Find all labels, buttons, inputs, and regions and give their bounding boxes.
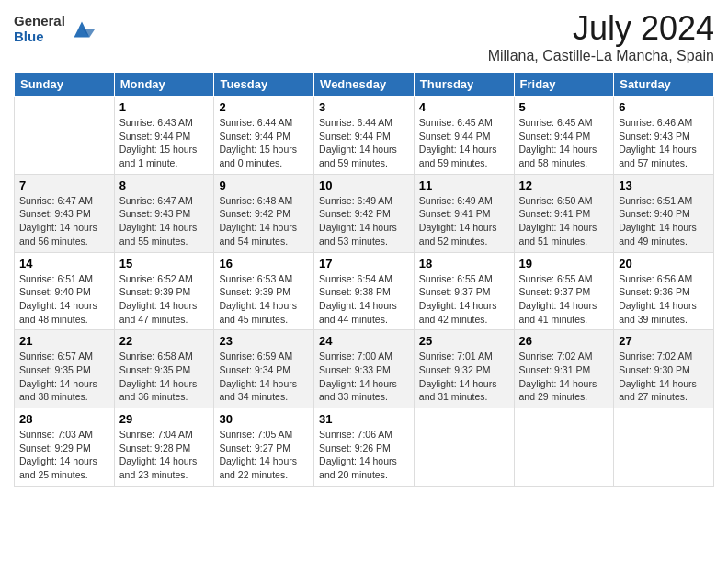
cell-sun-info: Sunrise: 7:01 AM Sunset: 9:32 PM Dayligh… (419, 350, 509, 404)
day-header-saturday: Saturday (614, 73, 714, 97)
day-number: 2 (219, 100, 309, 114)
calendar-cell: 2Sunrise: 6:44 AM Sunset: 9:44 PM Daylig… (214, 97, 314, 175)
cell-sun-info: Sunrise: 6:53 AM Sunset: 9:39 PM Dayligh… (219, 272, 309, 327)
calendar-cell: 7Sunrise: 6:47 AM Sunset: 9:43 PM Daylig… (15, 174, 115, 252)
cell-sun-info: Sunrise: 6:47 AM Sunset: 9:43 PM Dayligh… (19, 194, 109, 248)
cell-sun-info: Sunrise: 6:47 AM Sunset: 9:43 PM Dayligh… (119, 194, 210, 248)
day-number: 13 (619, 178, 709, 192)
week-row-4: 21Sunrise: 6:57 AM Sunset: 9:35 PM Dayli… (15, 330, 714, 408)
day-number: 15 (119, 257, 210, 270)
week-row-2: 7Sunrise: 6:47 AM Sunset: 9:43 PM Daylig… (15, 174, 714, 252)
logo-general: General (14, 14, 65, 29)
day-number: 25 (419, 334, 509, 348)
calendar-cell: 5Sunrise: 6:45 AM Sunset: 9:44 PM Daylig… (514, 97, 614, 175)
cell-sun-info: Sunrise: 6:44 AM Sunset: 9:44 PM Dayligh… (319, 116, 409, 170)
calendar-cell: 17Sunrise: 6:54 AM Sunset: 9:38 PM Dayli… (314, 252, 415, 330)
day-header-wednesday: Wednesday (314, 73, 415, 97)
main-title: July 2024 (488, 9, 714, 48)
calendar-cell: 27Sunrise: 7:02 AM Sunset: 9:30 PM Dayli… (614, 330, 714, 408)
day-number: 28 (19, 412, 109, 426)
day-number: 3 (319, 100, 409, 114)
day-number: 12 (519, 178, 609, 192)
cell-sun-info: Sunrise: 6:49 AM Sunset: 9:41 PM Dayligh… (419, 194, 509, 248)
calendar-cell (15, 97, 115, 175)
cell-sun-info: Sunrise: 6:45 AM Sunset: 9:44 PM Dayligh… (419, 116, 509, 170)
calendar-cell: 13Sunrise: 6:51 AM Sunset: 9:40 PM Dayli… (614, 174, 714, 252)
day-number: 8 (119, 178, 210, 192)
calendar-cell: 22Sunrise: 6:58 AM Sunset: 9:35 PM Dayli… (114, 330, 214, 408)
calendar-cell (614, 408, 714, 487)
day-number: 4 (419, 100, 509, 114)
calendar-cell: 9Sunrise: 6:48 AM Sunset: 9:42 PM Daylig… (214, 174, 314, 252)
cell-sun-info: Sunrise: 6:51 AM Sunset: 9:40 PM Dayligh… (619, 194, 709, 248)
cell-sun-info: Sunrise: 6:48 AM Sunset: 9:42 PM Dayligh… (219, 194, 309, 248)
calendar-cell (514, 408, 614, 487)
cell-sun-info: Sunrise: 6:55 AM Sunset: 9:37 PM Dayligh… (519, 272, 609, 327)
day-number: 29 (119, 412, 210, 426)
day-number: 16 (219, 257, 309, 270)
cell-sun-info: Sunrise: 6:46 AM Sunset: 9:43 PM Dayligh… (619, 116, 709, 170)
cell-sun-info: Sunrise: 7:00 AM Sunset: 9:33 PM Dayligh… (319, 350, 409, 404)
calendar-cell: 24Sunrise: 7:00 AM Sunset: 9:33 PM Dayli… (314, 330, 415, 408)
week-row-1: 1Sunrise: 6:43 AM Sunset: 9:44 PM Daylig… (15, 97, 714, 175)
calendar-cell: 21Sunrise: 6:57 AM Sunset: 9:35 PM Dayli… (15, 330, 115, 408)
calendar-cell: 11Sunrise: 6:49 AM Sunset: 9:41 PM Dayli… (414, 174, 514, 252)
day-number: 30 (219, 412, 309, 426)
logo-text: General Blue (14, 14, 65, 44)
calendar-cell: 15Sunrise: 6:52 AM Sunset: 9:39 PM Dayli… (114, 252, 214, 330)
cell-sun-info: Sunrise: 6:55 AM Sunset: 9:37 PM Dayligh… (419, 272, 509, 327)
cell-sun-info: Sunrise: 7:03 AM Sunset: 9:29 PM Dayligh… (19, 428, 109, 482)
day-number: 21 (19, 334, 109, 348)
week-row-5: 28Sunrise: 7:03 AM Sunset: 9:29 PM Dayli… (15, 408, 714, 487)
day-number: 14 (19, 257, 109, 270)
day-number: 1 (119, 100, 210, 114)
calendar-cell: 4Sunrise: 6:45 AM Sunset: 9:44 PM Daylig… (414, 97, 514, 175)
day-header-thursday: Thursday (414, 73, 514, 97)
cell-sun-info: Sunrise: 6:49 AM Sunset: 9:42 PM Dayligh… (319, 194, 409, 248)
cell-sun-info: Sunrise: 6:56 AM Sunset: 9:36 PM Dayligh… (619, 272, 709, 327)
day-number: 26 (519, 334, 609, 348)
cell-sun-info: Sunrise: 7:04 AM Sunset: 9:28 PM Dayligh… (119, 428, 210, 482)
day-number: 6 (619, 100, 709, 114)
calendar-cell: 31Sunrise: 7:06 AM Sunset: 9:26 PM Dayli… (314, 408, 415, 487)
day-number: 17 (319, 257, 409, 270)
title-area: July 2024 Millana, Castille-La Mancha, S… (488, 9, 714, 64)
logo-blue: Blue (14, 29, 65, 45)
logo-icon (69, 17, 95, 42)
calendar-cell: 3Sunrise: 6:44 AM Sunset: 9:44 PM Daylig… (314, 97, 415, 175)
calendar-cell: 6Sunrise: 6:46 AM Sunset: 9:43 PM Daylig… (614, 97, 714, 175)
calendar-table: SundayMondayTuesdayWednesdayThursdayFrid… (14, 72, 714, 487)
calendar-cell: 8Sunrise: 6:47 AM Sunset: 9:43 PM Daylig… (114, 174, 214, 252)
cell-sun-info: Sunrise: 6:44 AM Sunset: 9:44 PM Dayligh… (219, 116, 309, 170)
calendar-cell: 1Sunrise: 6:43 AM Sunset: 9:44 PM Daylig… (114, 97, 214, 175)
calendar-cell (414, 408, 514, 487)
day-number: 9 (219, 178, 309, 192)
day-number: 18 (419, 257, 509, 270)
calendar-cell: 16Sunrise: 6:53 AM Sunset: 9:39 PM Dayli… (214, 252, 314, 330)
calendar-cell: 26Sunrise: 7:02 AM Sunset: 9:31 PM Dayli… (514, 330, 614, 408)
day-number: 20 (619, 257, 709, 270)
calendar-cell: 20Sunrise: 6:56 AM Sunset: 9:36 PM Dayli… (614, 252, 714, 330)
day-number: 31 (319, 412, 409, 426)
logo: General Blue (14, 14, 95, 44)
cell-sun-info: Sunrise: 6:52 AM Sunset: 9:39 PM Dayligh… (119, 272, 210, 327)
day-number: 27 (619, 334, 709, 348)
page-header: General Blue July 2024 Millana, Castille… (14, 9, 714, 64)
day-number: 11 (419, 178, 509, 192)
calendar-cell: 19Sunrise: 6:55 AM Sunset: 9:37 PM Dayli… (514, 252, 614, 330)
cell-sun-info: Sunrise: 6:43 AM Sunset: 9:44 PM Dayligh… (119, 116, 210, 170)
day-number: 23 (219, 334, 309, 348)
day-number: 5 (519, 100, 609, 114)
days-header-row: SundayMondayTuesdayWednesdayThursdayFrid… (15, 73, 714, 97)
sub-title: Millana, Castille-La Mancha, Spain (488, 48, 714, 64)
cell-sun-info: Sunrise: 7:02 AM Sunset: 9:30 PM Dayligh… (619, 350, 709, 404)
calendar-cell: 14Sunrise: 6:51 AM Sunset: 9:40 PM Dayli… (15, 252, 115, 330)
calendar-cell: 29Sunrise: 7:04 AM Sunset: 9:28 PM Dayli… (114, 408, 214, 487)
cell-sun-info: Sunrise: 7:05 AM Sunset: 9:27 PM Dayligh… (219, 428, 309, 482)
calendar-cell: 18Sunrise: 6:55 AM Sunset: 9:37 PM Dayli… (414, 252, 514, 330)
calendar-cell: 30Sunrise: 7:05 AM Sunset: 9:27 PM Dayli… (214, 408, 314, 487)
cell-sun-info: Sunrise: 6:59 AM Sunset: 9:34 PM Dayligh… (219, 350, 309, 404)
calendar-cell: 12Sunrise: 6:50 AM Sunset: 9:41 PM Dayli… (514, 174, 614, 252)
day-number: 22 (119, 334, 210, 348)
calendar-cell: 10Sunrise: 6:49 AM Sunset: 9:42 PM Dayli… (314, 174, 415, 252)
